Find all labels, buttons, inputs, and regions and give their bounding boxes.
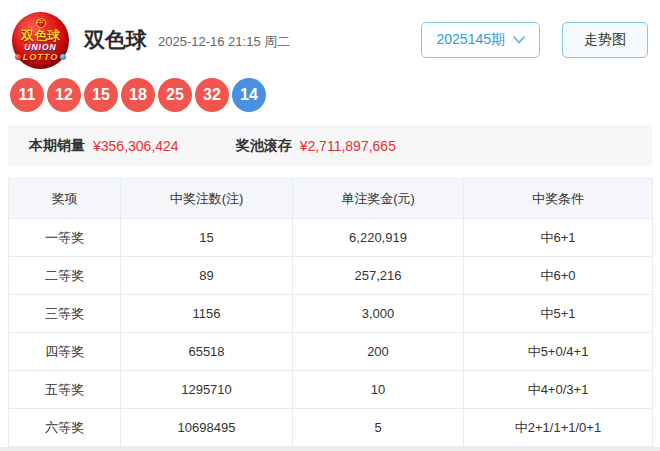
- red-ball-5: 25: [158, 78, 192, 112]
- prize-count: 1295710: [121, 371, 293, 409]
- logo-text-union: UNION: [24, 42, 56, 52]
- prize-table: 奖项 中奖注数(注) 单注奖金(元) 中奖条件 一等奖 15 6,220,919…: [8, 178, 653, 447]
- pool-group: 奖池滚存 ¥2,711,897,665: [236, 137, 396, 155]
- trend-chart-button[interactable]: 走势图: [562, 22, 648, 58]
- prize-level: 三等奖: [9, 295, 121, 333]
- prize-count: 1156: [121, 295, 293, 333]
- table-row: 三等奖 1156 3,000 中5+1: [9, 295, 653, 333]
- table-header-row: 奖项 中奖注数(注) 单注奖金(元) 中奖条件: [9, 179, 653, 219]
- table-row: 二等奖 89 257,216 中6+0: [9, 257, 653, 295]
- period-selector-label: 2025145期: [436, 31, 505, 49]
- sales-value: ¥356,306,424: [93, 138, 179, 154]
- prize-amount: 6,220,919: [293, 219, 464, 257]
- logo-emblem-icon: 中: [36, 18, 46, 28]
- pool-value: ¥2,711,897,665: [300, 138, 396, 154]
- prize-count: 10698495: [121, 409, 293, 447]
- prize-amount: 10: [293, 371, 464, 409]
- prize-condition: 中5+1: [464, 295, 653, 333]
- prize-level: 五等奖: [9, 371, 121, 409]
- blue-ball: 14: [232, 78, 266, 112]
- logo-text-cn: 双色球: [21, 29, 60, 42]
- red-ball-3: 15: [84, 78, 118, 112]
- prize-amount: 3,000: [293, 295, 464, 333]
- red-ball-2: 12: [47, 78, 81, 112]
- prize-condition: 中5+0/4+1: [464, 333, 653, 371]
- table-row: 四等奖 65518 200 中5+0/4+1: [9, 333, 653, 371]
- period-selector-dropdown[interactable]: 2025145期: [421, 22, 540, 58]
- red-ball-6: 32: [195, 78, 229, 112]
- winning-numbers: 11 12 15 18 25 32 14: [0, 78, 660, 112]
- page-title: 双色球: [84, 26, 147, 54]
- prize-level: 六等奖: [9, 409, 121, 447]
- prize-level: 一等奖: [9, 219, 121, 257]
- prize-condition: 中2+1/1+1/0+1: [464, 409, 653, 447]
- col-header-condition: 中奖条件: [464, 179, 653, 219]
- sales-label: 本期销量: [29, 137, 85, 155]
- red-ball-1: 11: [10, 78, 44, 112]
- prize-count: 65518: [121, 333, 293, 371]
- prize-level: 二等奖: [9, 257, 121, 295]
- page-bottom-divider: [0, 447, 660, 451]
- draw-datetime: 2025-12-16 21:15 周二: [158, 33, 290, 51]
- pool-label: 奖池滚存: [236, 137, 292, 155]
- col-header-amount: 单注奖金(元): [293, 179, 464, 219]
- table-row: 六等奖 10698495 5 中2+1/1+1/0+1: [9, 409, 653, 447]
- sales-group: 本期销量 ¥356,306,424: [29, 137, 179, 155]
- col-header-level: 奖项: [9, 179, 121, 219]
- table-row: 五等奖 1295710 10 中4+0/3+1: [9, 371, 653, 409]
- sales-pool-bar: 本期销量 ¥356,306,424 奖池滚存 ¥2,711,897,665: [8, 125, 652, 166]
- chevron-down-icon: [513, 36, 525, 44]
- red-ball-4: 18: [121, 78, 155, 112]
- logo-text-lotto: LOTTO: [15, 52, 66, 62]
- page-header: 中 双色球 UNION LOTTO 双色球 2025-12-16 21:15 周…: [0, 0, 660, 70]
- logo-red-ball-icon: [15, 54, 21, 60]
- prize-condition: 中4+0/3+1: [464, 371, 653, 409]
- prize-count: 15: [121, 219, 293, 257]
- prize-amount: 5: [293, 409, 464, 447]
- logo-blue-ball-icon: [60, 54, 66, 60]
- prize-amount: 257,216: [293, 257, 464, 295]
- prize-count: 89: [121, 257, 293, 295]
- prize-amount: 200: [293, 333, 464, 371]
- col-header-count: 中奖注数(注): [121, 179, 293, 219]
- table-row: 一等奖 15 6,220,919 中6+1: [9, 219, 653, 257]
- prize-level: 四等奖: [9, 333, 121, 371]
- trend-chart-button-label: 走势图: [584, 31, 626, 49]
- prize-condition: 中6+1: [464, 219, 653, 257]
- union-lotto-logo-icon: 中 双色球 UNION LOTTO: [12, 12, 69, 69]
- prize-condition: 中6+0: [464, 257, 653, 295]
